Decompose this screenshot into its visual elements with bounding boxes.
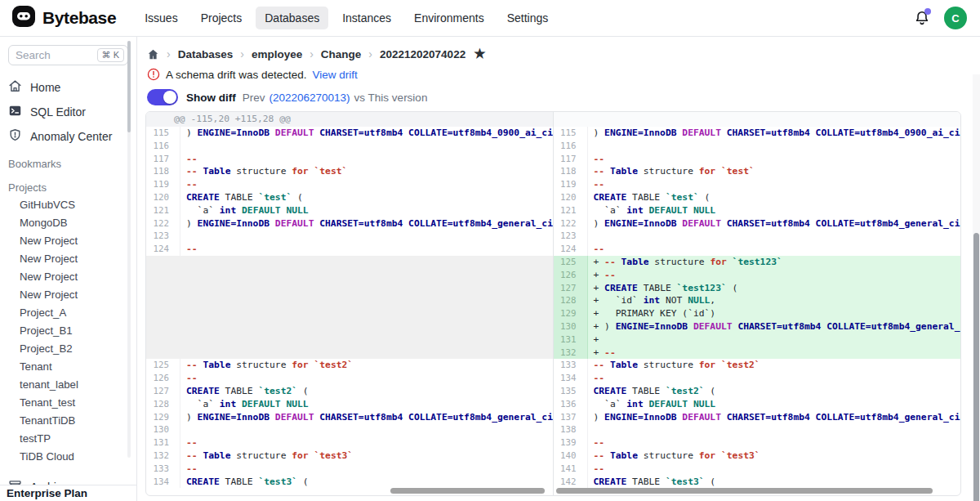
line-number: 140 — [554, 450, 588, 463]
show-diff-toggle[interactable] — [147, 89, 178, 105]
diff-row: 118-- Table structure for `test` — [146, 165, 553, 178]
diff-row: 128+ `id` int NOT NULL, — [554, 294, 961, 307]
added-line-marker: + — [594, 270, 605, 280]
line-number: 122 — [554, 217, 588, 230]
favorite-star-icon[interactable]: ★ — [474, 47, 485, 60]
notification-dot — [924, 8, 931, 15]
breadcrumb-item-version[interactable]: 20221202074022 — [380, 48, 466, 60]
user-avatar[interactable]: C — [944, 7, 967, 29]
breadcrumb-item-change[interactable]: Change — [321, 48, 362, 60]
sidebar-scrollbar[interactable] — [127, 41, 131, 458]
code-line: -- — [588, 372, 961, 385]
sidebar-item-anomaly-center[interactable]: Anomaly Center — [0, 124, 136, 149]
line-number: 122 — [146, 217, 180, 230]
diff-row: 134-- — [554, 372, 961, 385]
sidebar-project-item[interactable]: testTP — [0, 430, 136, 448]
line-number: 119 — [146, 178, 180, 191]
code-line: CREATE TABLE `test3` ( — [180, 476, 553, 489]
horizontal-scrollbar-thumb-left[interactable] — [390, 488, 545, 494]
code-line: + `id` int NOT NULL, — [588, 294, 961, 307]
breadcrumb-item-databases[interactable]: Databases — [178, 48, 234, 60]
code-line: ) ENGINE=InnoDB DEFAULT CHARSET=utf8mb4 … — [180, 127, 553, 140]
sidebar-item-sql-editor[interactable]: SQL Editor — [0, 100, 136, 124]
sidebar-item-home[interactable]: Home — [0, 75, 136, 100]
nav-item-instances[interactable]: Instances — [333, 7, 400, 29]
code-line: -- — [180, 153, 553, 166]
code-line: `a` int DEFAULT NULL — [588, 204, 961, 217]
diff-pane-right: 115) ENGINE=InnoDB DEFAULT CHARSET=utf8m… — [554, 112, 961, 495]
code-line: -- — [588, 243, 961, 256]
line-number — [146, 347, 180, 360]
diff-row: 128 `a` int DEFAULT NULL — [146, 398, 553, 411]
prev-label: Prev — [243, 92, 265, 104]
diff-row: 131-- — [146, 436, 553, 450]
sidebar-project-item[interactable]: Project_A — [0, 304, 136, 322]
breadcrumb-item-employee[interactable]: employee — [252, 48, 302, 60]
diff-card: @@ -115,20 +115,28 @@115) ENGINE=InnoDB … — [145, 111, 961, 496]
sidebar-project-item[interactable]: tenant_label — [0, 376, 136, 394]
breadcrumb-home-icon[interactable] — [147, 48, 159, 60]
diff-row: 126-- — [146, 372, 553, 385]
sidebar-project-item[interactable]: TiDB Cloud — [0, 448, 136, 466]
sidebar-project-item[interactable]: Project_B1 — [0, 322, 136, 340]
nav-item-issues[interactable]: Issues — [136, 7, 186, 29]
line-number: 116 — [146, 140, 180, 153]
sidebar-project-item[interactable]: Tenant_test — [0, 394, 136, 412]
code-line — [180, 307, 553, 320]
line-number: 134 — [146, 476, 180, 489]
top-navbar: Bytebase Issues Projects Databases Insta… — [0, 0, 980, 37]
sidebar-project-item[interactable]: New Project — [0, 232, 136, 250]
code-line: -- — [180, 372, 553, 385]
diff-row: 141-- — [554, 463, 961, 476]
view-drift-link[interactable]: View drift — [313, 69, 358, 81]
sidebar-scrollbar-thumb[interactable] — [127, 41, 131, 132]
line-number: 136 — [554, 398, 588, 411]
horizontal-scrollbar-thumb-right[interactable] — [556, 488, 933, 494]
nav-item-environments[interactable]: Environments — [405, 7, 493, 29]
search-box[interactable]: ⌘ K — [8, 45, 128, 65]
diff-row: 120CREATE TABLE `test` ( — [554, 191, 961, 204]
sidebar-project-item[interactable]: Tenant — [0, 358, 136, 376]
sidebar-project-item[interactable]: Project_B2 — [0, 340, 136, 358]
code-line: -- — [180, 436, 553, 450]
nav-item-projects[interactable]: Projects — [192, 7, 252, 29]
sidebar-project-item[interactable]: New Project — [0, 286, 136, 304]
home-icon — [8, 79, 22, 96]
drift-alert: A schema drift was detected. View drift — [147, 68, 980, 81]
sidebar-project-item[interactable]: MongoDB — [0, 214, 136, 232]
code-line: + ) ENGINE=InnoDB DEFAULT CHARSET=utf8mb… — [588, 320, 961, 333]
search-input[interactable] — [16, 49, 81, 61]
line-number: 129 — [146, 411, 180, 424]
breadcrumb-separator: › — [310, 47, 314, 60]
notification-bell-icon[interactable] — [913, 9, 931, 27]
sidebar-project-item[interactable]: New Project — [0, 268, 136, 286]
code-line: `a` int DEFAULT NULL — [588, 398, 961, 411]
sidebar-project-item[interactable]: TenantTiDB — [0, 412, 136, 430]
code-line — [180, 320, 553, 333]
diff-row — [146, 347, 553, 360]
sidebar-project-item[interactable]: GitHubVCS — [0, 196, 136, 214]
line-number: 133 — [554, 359, 588, 372]
enterprise-plan-label: Enterprise Plan — [0, 485, 136, 501]
code-line — [180, 269, 553, 282]
page-scrollbar[interactable] — [973, 74, 980, 501]
code-line: -- Table structure for `test3` — [588, 450, 961, 463]
code-line — [180, 294, 553, 307]
page-scrollbar-thumb[interactable] — [973, 233, 979, 501]
nav-item-databases[interactable]: Databases — [256, 7, 328, 29]
bytebase-logo[interactable]: Bytebase — [11, 4, 116, 32]
sidebar-item-label: Anomaly Center — [30, 130, 112, 143]
prev-version-link[interactable]: (202206270013) — [270, 92, 350, 104]
line-number — [146, 256, 180, 269]
sidebar-project-list: GitHubVCSMongoDBNew ProjectNew ProjectNe… — [0, 196, 136, 466]
code-line: -- — [588, 153, 961, 166]
diff-row: 120CREATE TABLE `test` ( — [146, 191, 553, 204]
line-number: 128 — [554, 294, 588, 307]
sidebar-project-item[interactable]: New Project — [0, 250, 136, 268]
nav-item-settings[interactable]: Settings — [498, 7, 558, 29]
line-number — [146, 269, 180, 282]
added-line-marker: + — [594, 334, 605, 345]
code-line: -- Table structure for `test` — [180, 165, 553, 178]
line-number: 118 — [554, 165, 588, 178]
diff-row: 117-- — [146, 153, 553, 166]
